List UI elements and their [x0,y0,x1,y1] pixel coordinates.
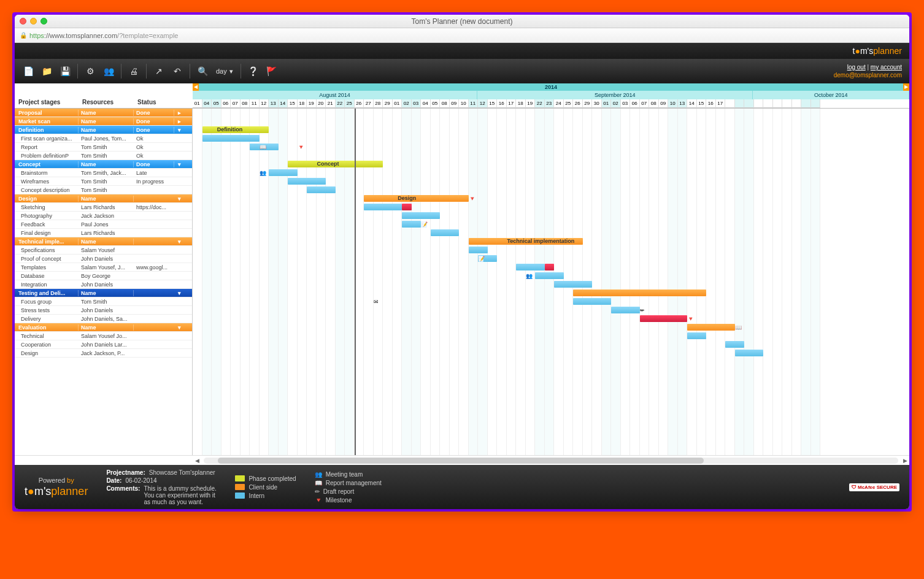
task-row[interactable]: BrainstormTom Smith, Jack...Late [15,169,192,177]
legend-colors: Phase completedClient sideIntern [235,475,296,499]
milestone-icon: 🔻 [687,316,694,322]
app-window: Tom's Planner (new document) 🔒 https ://… [15,15,909,509]
task-list[interactable]: ProposalNameDone▸Market scanNameDone▸Def… [15,109,193,455]
gantt-bar[interactable] [735,350,764,356]
gantt-bar[interactable] [307,186,336,193]
gantt-bar[interactable] [687,324,735,331]
gantt-bar[interactable] [545,264,555,270]
year-label: 2014 [199,83,903,91]
task-row[interactable]: FeedbackPaul Jones [15,220,192,229]
task-row[interactable]: Proof of conceptJohn Daniels [15,255,192,263]
gantt-bar[interactable] [516,264,545,270]
gantt-bar[interactable] [288,178,326,185]
header-status: Status [137,99,174,105]
gantt-bar[interactable] [554,281,592,288]
task-row[interactable]: SpecificationsSalam Yousef [15,246,192,255]
gantt-bar[interactable] [202,135,260,142]
minimize-icon[interactable] [30,18,37,25]
task-row[interactable]: WireframesTom SmithIn progress [15,177,192,186]
open-folder-icon[interactable]: 📁 [38,63,55,80]
task-row[interactable]: DatabaseBoy George [15,272,192,280]
gantt-bar[interactable] [725,341,744,348]
task-row[interactable]: ReportTom SmithOk [15,143,192,151]
logout-link[interactable]: log out [847,64,866,71]
url-path: /?template=example [117,32,178,39]
group-header[interactable]: Testing and Deli...Name▾ [15,289,192,297]
task-row[interactable]: DeliveryJohn Daniels, Sa... [15,315,192,323]
close-icon[interactable] [20,18,26,25]
task-row[interactable]: Concept descriptionTom Smith [15,186,192,194]
task-row[interactable]: First scan organiza...Paul Jones, Tom...… [15,134,192,143]
my-account-link[interactable]: my account [871,64,902,71]
today-marker [355,109,356,455]
task-row[interactable]: IntegrationJohn Daniels [15,280,192,289]
task-row[interactable]: Stress testsJohn Daniels [15,306,192,315]
settings-icon[interactable]: ⚙ [82,63,99,80]
gantt-bar[interactable] [469,247,488,253]
task-row[interactable]: DesignJack Jackson, P... [15,349,192,358]
flag-icon[interactable]: 🚩 [263,63,280,80]
legend-icons: 👥Meeting team📖Report management✏Draft re… [315,471,382,504]
task-row[interactable]: Final designLars Richards [15,229,192,237]
task-row[interactable]: CooperationJohn Daniels Lar... [15,340,192,349]
scroll-right-arrow[interactable]: ▶ [901,458,909,464]
toolbar: 📄 📁 💾 ⚙ 👥 🖨 ↗ ↶ 🔍 day ▾ ❔ 🚩 log out | my… [15,59,909,83]
group-header[interactable]: EvaluationName▾ [15,323,192,332]
task-row[interactable]: TechnicalSalam Yousef Jo... [15,332,192,340]
milestone-icon: 👥 [260,170,266,176]
gantt-chart[interactable]: Definition📖🔻Concept👥Design🔻📝Technical im… [193,109,909,455]
print-icon[interactable]: 🖨 [125,63,142,80]
group-header[interactable]: Technical imple...Name▾ [15,237,192,246]
footer: Powered by t●m'splanner Projectname:Show… [15,465,909,509]
gantt-bar[interactable] [535,272,564,279]
gantt-bar[interactable] [687,332,706,339]
new-file-icon[interactable]: 📄 [20,63,37,80]
gantt-bar[interactable] [573,298,611,305]
group-header[interactable]: DefinitionNameDone▾ [15,126,192,134]
zoom-icon[interactable]: 🔍 [194,63,211,80]
milestone-icon: ✉ [374,299,379,305]
milestone-icon: 📝 [478,256,485,262]
gantt-bar[interactable] [611,307,640,313]
lock-icon: 🔒 [20,32,27,39]
gantt-bar[interactable] [402,204,412,210]
left-column-headers: Project stages Resources Status [15,83,193,108]
task-row[interactable]: PhotographyJack Jackson [15,212,192,220]
gantt-bar[interactable] [269,169,298,176]
maximize-icon[interactable] [40,18,47,25]
share-icon[interactable]: 👥 [100,63,117,80]
horizontal-scrollbar: ◀ ▶ [15,455,909,465]
task-row[interactable]: TemplatesSalam Yousef, J...www.googl... [15,263,192,272]
gantt-bar[interactable] [402,221,421,228]
help-icon[interactable]: ❔ [245,63,262,80]
logo-row: t●m'splanner [15,43,909,59]
zoom-level-dropdown[interactable]: day ▾ [212,67,237,75]
task-row[interactable]: Focus groupTom Smith [15,297,192,306]
address-bar[interactable]: 🔒 https ://www.tomsplanner.com /?templat… [15,28,909,43]
url-host: ://www.tomsplanner.com [44,32,117,39]
group-header[interactable]: Market scanNameDone▸ [15,117,192,126]
scroll-left-arrow[interactable]: ◀ [193,458,201,464]
gantt-bar[interactable] [573,290,706,296]
task-row[interactable]: Problem definitionPTom SmithOk [15,151,192,160]
group-header[interactable]: DesignName▾ [15,194,192,203]
export-icon[interactable]: ↗ [150,63,167,80]
task-row[interactable]: SketchingLars Richardshttps://doc... [15,203,192,212]
undo-icon[interactable]: ↶ [169,63,186,80]
milestone-icon: 📖 [735,324,742,331]
group-header[interactable]: ProposalNameDone▸ [15,109,192,117]
scroll-right-icon[interactable]: ▶ [903,83,909,91]
scroll-left-icon[interactable]: ◀ [193,83,199,91]
gantt-bar[interactable] [431,229,460,236]
gantt-bar[interactable] [402,212,440,219]
milestone-icon: 🔻 [469,196,475,202]
account-email: demo@tomsplanner.com [834,71,902,79]
milestone-icon: 🔻 [298,144,304,150]
gantt-bar[interactable] [364,204,402,210]
group-header[interactable]: ConceptNameDone▾ [15,160,192,169]
gantt-bar[interactable] [640,315,688,322]
logo: t●m'splanner [853,46,902,56]
save-icon[interactable]: 💾 [56,63,74,80]
header-stages: Project stages [18,99,82,105]
header-resources: Resources [82,99,137,105]
